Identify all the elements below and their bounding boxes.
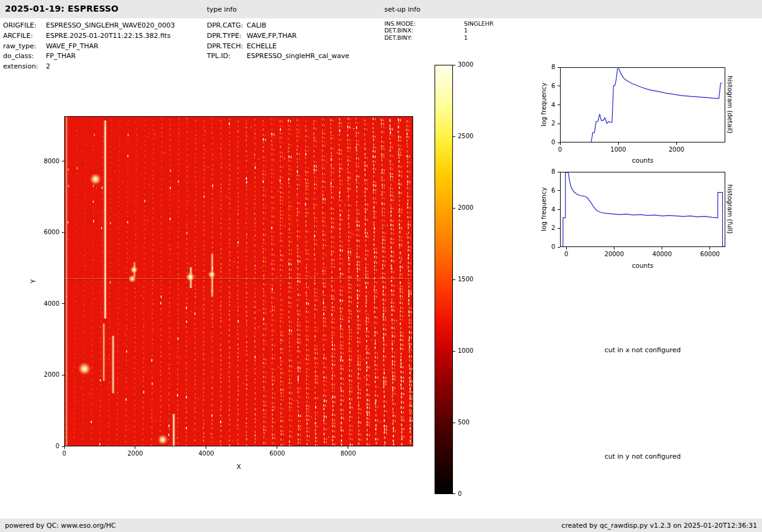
tick-mark (62, 161, 64, 161)
tick-label: 1000 (600, 146, 637, 153)
header-bar: 2025-01-19: ESPRESSO type info set-up in… (0, 0, 762, 18)
tick-label: 6000 (259, 450, 296, 457)
dprtype-value: WAVE,FP,THAR (247, 32, 297, 40)
tick-label: 20000 (596, 251, 632, 258)
rawtype-label: raw_type: (3, 42, 46, 52)
tplid-row: TPL.ID:ESPRESSO_singleHR_cal_wave (207, 51, 349, 62)
page-title: 2025-01-19: ESPRESSO (5, 4, 119, 13)
tick-mark (453, 493, 455, 494)
setup-info-block: INS.MODE:SINGLEHR DET.BINX:1 DET.BINY:1 (384, 20, 493, 41)
rawtype-value: WAVE_FP_THAR (46, 42, 99, 50)
histogram-line (563, 172, 724, 246)
tick-label: 8000 (35, 158, 59, 165)
tick-mark (206, 446, 206, 449)
rawtype-row: raw_type:WAVE_FP_THAR (3, 42, 175, 52)
tick-label: 2500 (458, 133, 482, 140)
tick-label: 4000 (188, 450, 225, 457)
tick-label: 0 (458, 490, 482, 498)
cut-x-message: cut in x not configured (560, 346, 725, 354)
footer-left-text: powered by QC: www.eso.org/HC (5, 522, 116, 530)
tick-label: 0 (531, 139, 555, 146)
detbiny-row: DET.BINY:1 (384, 34, 493, 41)
dprtype-row: DPR.TYPE:WAVE,FP,THAR (207, 31, 349, 42)
tick-label: 2000 (117, 450, 154, 457)
origfile-value: ESPRESSO_SINGLEHR_WAVE020_0003 (46, 21, 175, 29)
tick-mark (348, 446, 348, 449)
raw-image-plot (64, 116, 413, 446)
tplid-label: TPL.ID: (207, 51, 247, 62)
tick-label: 8 (531, 64, 555, 71)
histogram-full-plot (561, 172, 725, 246)
dprcatg-row: DPR.CATG:CALIB (207, 21, 349, 31)
footer-bar: powered by QC: www.eso.org/HC created by… (0, 519, 762, 532)
origfile-row: ORIGFILE:ESPRESSO_SINGLEHR_WAVE020_0003 (3, 21, 175, 31)
tick-mark (566, 247, 567, 249)
tick-mark (558, 124, 560, 124)
tick-mark (560, 142, 561, 145)
tick-label: 4 (531, 102, 555, 109)
tick-label: 2 (531, 224, 555, 232)
insmode-row: INS.MODE:SINGLEHR (384, 20, 493, 27)
tick-mark (62, 375, 64, 375)
detbinx-value: 1 (464, 27, 468, 34)
histogram-full-panel (560, 172, 725, 247)
tick-mark (558, 190, 560, 191)
tick-mark (558, 247, 560, 248)
detbinx-label: DET.BINX: (384, 27, 464, 34)
tick-label: 0 (46, 450, 83, 457)
arcfile-label: ARCFILE: (3, 31, 46, 42)
insmode-label: INS.MODE: (384, 20, 464, 27)
hist-detail-title: histogram (detail) (725, 43, 735, 166)
type-info-heading: type info (207, 6, 237, 13)
setup-info-heading: set-up info (384, 6, 420, 13)
arcfile-value: ESPRE.2025-01-20T11:22:15.382.fits (46, 32, 171, 40)
raw-detector-image (65, 117, 413, 446)
dprtech-label: DPR.TECH: (207, 42, 247, 52)
histogram-detail-plot (561, 68, 725, 142)
tick-label: 0 (548, 251, 585, 258)
tick-label: 4000 (35, 300, 59, 308)
tick-label: 4 (531, 206, 555, 213)
extension-label: extension: (3, 62, 46, 72)
tick-mark (662, 247, 662, 249)
tick-mark (453, 423, 455, 423)
cut-y-message: cut in y not configured (560, 453, 725, 460)
main-yaxis-label: Y (28, 220, 38, 342)
footer-right-text: created by qc_rawdisp.py v1.2.3 on 2025-… (561, 522, 757, 530)
dprtech-row: DPR.TECH:ECHELLE (207, 42, 349, 52)
dprcatg-label: DPR.CATG: (207, 21, 247, 31)
tick-mark (558, 86, 560, 86)
tick-label: 2000 (35, 371, 59, 379)
type-info-block: DPR.CATG:CALIB DPR.TYPE:WAVE,FP,THAR DPR… (207, 21, 349, 62)
tick-label: 0 (35, 443, 59, 450)
tick-mark (558, 209, 560, 210)
tick-mark (558, 172, 560, 172)
histogram-detail-panel (560, 67, 725, 142)
tick-label: 8000 (330, 450, 367, 457)
histogram-line (591, 68, 722, 142)
tick-mark (453, 351, 455, 352)
colorbar (435, 65, 453, 494)
tick-label: 8 (531, 168, 555, 175)
tick-label: 40000 (644, 251, 681, 258)
tick-label: 2000 (458, 204, 482, 212)
detbiny-value: 1 (464, 34, 468, 41)
extension-value: 2 (46, 62, 50, 70)
tplid-value: ESPRESSO_singleHR_cal_wave (247, 52, 349, 60)
tick-label: 500 (458, 419, 482, 426)
tick-label: 2 (531, 120, 555, 127)
tick-label: 2000 (658, 146, 695, 153)
tick-label: 60000 (692, 251, 728, 258)
tick-mark (676, 142, 677, 145)
tick-label: 6 (531, 83, 555, 90)
tick-mark (558, 142, 560, 143)
tick-mark (135, 446, 135, 449)
hist-full-xlabel: counts (560, 262, 725, 269)
tick-mark (558, 67, 560, 68)
tick-label: 0 (531, 243, 555, 251)
file-info-block: ORIGFILE:ESPRESSO_SINGLEHR_WAVE020_0003 … (3, 21, 175, 72)
tick-mark (62, 303, 64, 304)
tick-mark (277, 446, 277, 449)
tick-mark (64, 446, 65, 449)
tick-mark (453, 136, 455, 137)
